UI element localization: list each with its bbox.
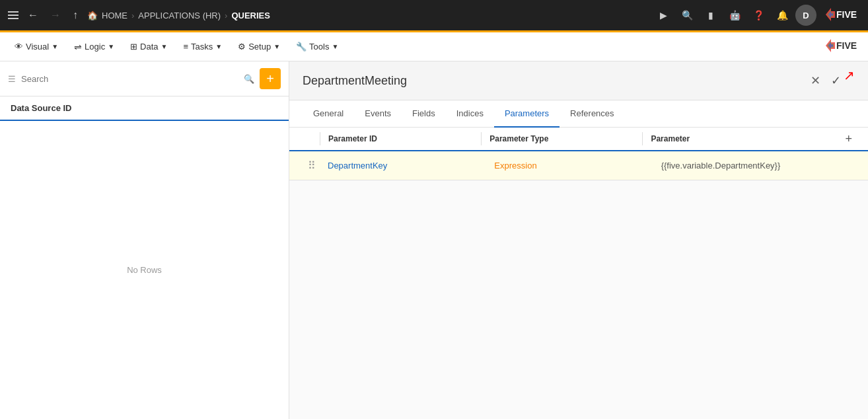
panel-header: DepartmentMeeting ✕ ✓ ↗ — [289, 61, 868, 100]
toolbar-visual[interactable]: 👁 Visual ▼ — [8, 38, 65, 56]
bell-button[interactable]: 🔔 — [772, 5, 793, 26]
breadcrumb-applications[interactable]: APPLICATIONS (HR) — [138, 11, 221, 20]
main-toolbar: 👁 Visual ▼ ⇌ Logic ▼ ⊞ Data ▼ ≡ Tasks ▼ … — [0, 32, 868, 61]
row-parameter-value: {{five.variable.DepartmentKey}} — [653, 154, 857, 177]
breadcrumb-sep-2: › — [225, 11, 227, 20]
close-button[interactable]: ✕ — [808, 71, 823, 91]
breadcrumb-sep-1: › — [131, 11, 134, 20]
wrench-icon: 🔧 — [296, 42, 307, 52]
toolbar-tasks-label: Tasks — [191, 42, 213, 52]
table-row[interactable]: ⠿ DepartmentKey Expression {{five.variab… — [289, 151, 868, 180]
row-param-id: DepartmentKey — [320, 154, 486, 177]
toolbar-visual-label: Visual — [26, 42, 49, 52]
user-avatar[interactable]: D — [795, 5, 816, 26]
parameters-table: Parameter ID Parameter Type Parameter + … — [289, 128, 868, 419]
svg-text:FIVE: FIVE — [836, 9, 857, 20]
tab-parameters[interactable]: Parameters — [494, 100, 560, 128]
confirm-button[interactable]: ✓ — [828, 71, 844, 91]
five-toolbar-logo: FIVE — [826, 38, 860, 55]
sidebar-search-bar: ☰ 🔍 + — [0, 61, 289, 96]
chevron-down-icon-2: ▼ — [108, 43, 114, 50]
logic-icon: ⇌ — [74, 42, 82, 52]
col-header-parameter: Parameter — [643, 128, 840, 150]
toolbar-logic[interactable]: ⇌ Logic ▼ — [67, 38, 121, 56]
five-logo: FIVE — [826, 8, 860, 23]
top-navbar: ← → ↑ 🏠 HOME › APPLICATIONS (HR) › QUERI… — [0, 0, 868, 30]
panel-tabs: General Events Fields Indices Parameters… — [289, 100, 868, 128]
toolbar-tools[interactable]: 🔧 Tools ▼ — [289, 38, 345, 56]
col-header-param-type: Parameter Type — [482, 128, 642, 150]
add-button[interactable]: + — [260, 68, 281, 89]
row-drag-handle[interactable]: ⠿ — [300, 153, 320, 178]
col-header-param-id: Parameter ID — [320, 128, 481, 150]
tab-general[interactable]: General — [303, 100, 354, 128]
home-icon: 🏠 — [87, 11, 98, 20]
chevron-down-icon-5: ▼ — [273, 43, 280, 50]
toolbar-tasks[interactable]: ≡ Tasks ▼ — [176, 38, 229, 56]
sidebar-header: Data Source ID — [0, 96, 289, 121]
tab-references[interactable]: References — [560, 100, 624, 128]
svg-text:FIVE: FIVE — [836, 40, 857, 51]
toolbar-data-label: Data — [140, 42, 158, 52]
sidebar: ☰ 🔍 + Data Source ID No Rows — [0, 61, 289, 419]
back-button[interactable]: ← — [25, 7, 41, 24]
red-arrow-indicator: ↗ — [844, 67, 855, 83]
play-button[interactable]: ▶ — [653, 5, 674, 26]
toolbar-tools-label: Tools — [309, 42, 329, 52]
sidebar-empty-state: No Rows — [0, 121, 289, 419]
chevron-down-icon-6: ▼ — [332, 43, 338, 50]
search-input[interactable] — [21, 74, 238, 84]
tab-fields[interactable]: Fields — [402, 100, 446, 128]
tab-events[interactable]: Events — [354, 100, 402, 128]
panel-title: DepartmentMeeting — [303, 74, 808, 88]
search-icon: 🔍 — [244, 74, 254, 84]
chevron-down-icon-3: ▼ — [161, 43, 168, 50]
right-panel: DepartmentMeeting ✕ ✓ ↗ General Events F… — [289, 61, 868, 419]
stop-button[interactable]: ▮ — [700, 5, 721, 26]
eye-icon: 👁 — [15, 42, 23, 52]
hamburger-menu[interactable] — [8, 11, 18, 19]
toolbar-setup-label: Setup — [248, 42, 271, 52]
table-header: Parameter ID Parameter Type Parameter + — [289, 128, 868, 151]
robot-button[interactable]: 🤖 — [724, 5, 745, 26]
help-button[interactable]: ❓ — [748, 5, 769, 26]
up-button[interactable]: ↑ — [70, 7, 81, 24]
filter-icon: ☰ — [8, 74, 16, 84]
list-icon: ≡ — [183, 42, 188, 52]
breadcrumb-home-label[interactable]: HOME — [102, 11, 127, 20]
empty-message: No Rows — [127, 265, 162, 275]
forward-button[interactable]: → — [48, 7, 63, 24]
toolbar-setup[interactable]: ⚙ Setup ▼ — [231, 38, 287, 56]
row-param-type: Expression — [486, 154, 653, 177]
add-row-button[interactable]: + — [840, 130, 857, 149]
breadcrumb: 🏠 HOME › APPLICATIONS (HR) › QUERIES — [87, 11, 646, 20]
tab-indices[interactable]: Indices — [446, 100, 494, 128]
toolbar-data[interactable]: ⊞ Data ▼ — [124, 38, 174, 56]
breadcrumb-queries[interactable]: QUERIES — [231, 11, 270, 20]
grid-icon: ⊞ — [130, 42, 137, 52]
chevron-down-icon: ▼ — [52, 43, 58, 50]
gear-icon: ⚙ — [238, 42, 246, 52]
toolbar-logic-label: Logic — [85, 42, 105, 52]
chevron-down-icon-4: ▼ — [215, 43, 222, 50]
search-button[interactable]: 🔍 — [676, 5, 698, 26]
drag-col-header — [300, 132, 320, 145]
main-content: ☰ 🔍 + Data Source ID No Rows DepartmentM… — [0, 61, 868, 419]
topnav-actions: ▶ 🔍 ▮ 🤖 ❓ 🔔 D FIVE — [653, 5, 860, 26]
